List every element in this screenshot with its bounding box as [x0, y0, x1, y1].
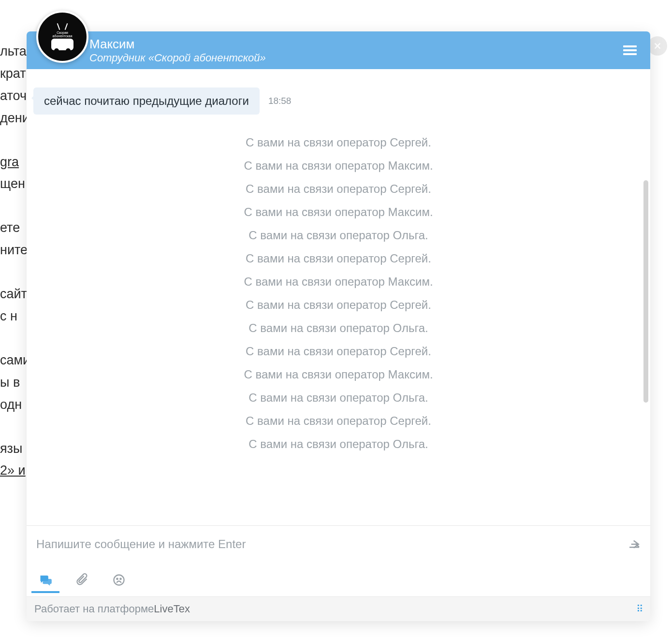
system-message: С вами на связи оператор Сергей. [27, 136, 650, 149]
close-button[interactable] [648, 36, 667, 56]
bg-text-line: льта [0, 41, 29, 63]
system-message: С вами на связи оператор Ольга. [27, 229, 650, 242]
svg-point-2 [120, 579, 121, 580]
close-icon [653, 42, 662, 50]
system-message: С вами на связи оператор Сергей. [27, 414, 650, 428]
powered-by-label: Работает на платформе [34, 603, 154, 615]
attach-button[interactable] [75, 573, 89, 587]
bg-text-line: язы [0, 438, 29, 460]
bg-text-line: крат [0, 63, 29, 85]
chat-widget: Максим Сотрудник «Скорой абонентской» се… [27, 31, 650, 621]
chat-body[interactable]: сейчас почитаю предыдущие диалоги 18:58 … [27, 69, 650, 525]
bg-text-line [0, 328, 29, 349]
bg-text-line [0, 261, 29, 283]
background-article-text: льтакрататочдениgraщенете нитесайт с нса… [0, 0, 29, 638]
bg-text-line: ы в [0, 372, 29, 394]
chat-icon [39, 573, 52, 587]
system-message: С вами на связи оператор Максим. [27, 205, 650, 219]
operator-avatar: Скораяабонентская [36, 11, 88, 63]
incoming-message-row: сейчас почитаю предыдущие диалоги 18:58 [33, 87, 643, 115]
bg-text-line: щен [0, 173, 29, 195]
bg-text-line [0, 195, 29, 217]
bg-text-line: сайт [0, 283, 29, 305]
operator-role: Сотрудник «Скорой абонентской» [89, 52, 266, 64]
chat-header: Максим Сотрудник «Скорой абонентской» [27, 31, 650, 69]
bg-text-line [0, 130, 29, 151]
input-area [27, 525, 650, 563]
system-message: С вами на связи оператор Максим. [27, 275, 650, 289]
system-messages: С вами на связи оператор Сергей.С вами н… [27, 123, 650, 451]
svg-point-1 [117, 579, 117, 580]
resize-grip-icon[interactable]: ⠿ [636, 603, 643, 615]
message-time: 18:58 [268, 96, 292, 106]
system-message: С вами на связи оператор Ольга. [27, 391, 650, 405]
chat-footer: Работает на платформе LiveTex ⠿ [27, 596, 650, 621]
bg-text-line [0, 416, 29, 438]
system-message: С вами на связи оператор Максим. [27, 368, 650, 381]
rate-button[interactable] [112, 573, 126, 587]
system-message: С вами на связи оператор Ольга. [27, 437, 650, 451]
system-message: С вами на связи оператор Сергей. [27, 345, 650, 358]
bg-text-line: 2» и [0, 460, 29, 482]
bg-text-line: gra [0, 151, 29, 174]
svg-point-0 [114, 575, 124, 585]
bg-text-line: аточ [0, 85, 29, 107]
system-message: С вами на связи оператор Сергей. [27, 298, 650, 312]
operator-name: Максим [89, 37, 266, 52]
bg-text-line: одн [0, 394, 29, 416]
platform-brand[interactable]: LiveTex [154, 603, 190, 615]
paperclip-icon [75, 573, 89, 587]
bg-text-line: ете [0, 217, 29, 239]
menu-button[interactable] [619, 40, 641, 61]
send-icon[interactable] [627, 537, 642, 551]
bg-text-line: с н [0, 305, 29, 328]
scrollbar-thumb[interactable] [643, 180, 648, 403]
message-bubble: сейчас почитаю предыдущие диалоги [33, 87, 260, 115]
toolbar [27, 563, 650, 596]
system-message: С вами на связи оператор Сергей. [27, 252, 650, 265]
system-message: С вами на связи оператор Максим. [27, 159, 650, 173]
system-message: С вами на связи оператор Ольга. [27, 321, 650, 335]
message-input[interactable] [35, 537, 627, 551]
sad-face-icon [112, 573, 126, 587]
chat-tab-button[interactable] [38, 573, 53, 587]
bg-text-line: дени [0, 107, 29, 130]
bg-text-line: сами [0, 349, 29, 372]
bg-text-line: ните [0, 239, 29, 261]
system-message: С вами на связи оператор Сергей. [27, 182, 650, 196]
